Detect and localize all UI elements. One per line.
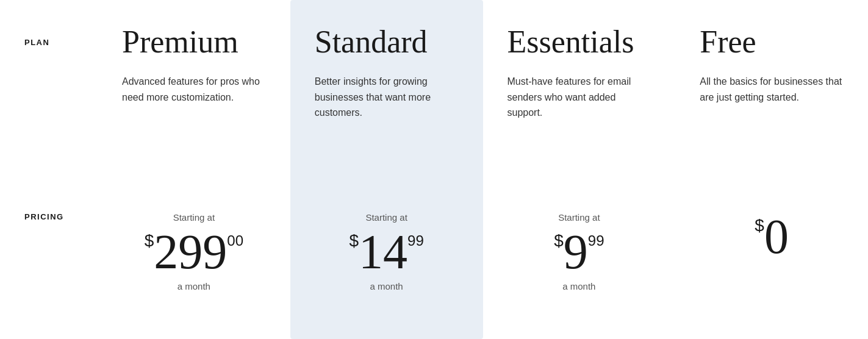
per-month-standard: a month [370,281,403,291]
label-column: PLAN PRICING [0,0,98,339]
pricing-table: PLAN PRICING PremiumAdvanced features fo… [0,0,868,339]
price-display-free: $0 [755,212,789,261]
starting-at-premium: Starting at [173,212,215,223]
currency-symbol-premium: $ [145,232,154,249]
plan-description-essentials: Must-have features for email senders who… [508,74,651,121]
price-display-essentials: $999 [554,227,604,276]
currency-symbol-standard: $ [349,232,359,249]
price-main-standard: 14 [359,227,407,276]
price-main-essentials: 9 [564,227,588,276]
currency-symbol-essentials: $ [554,232,564,249]
price-cents-standard: 99 [407,234,424,248]
plan-col-essentials: EssentialsMust-have features for email s… [483,0,676,339]
per-month-premium: a month [178,281,210,291]
plan-description-free: All the basics for businesses that are j… [700,74,844,105]
plan-name-section-essentials: EssentialsMust-have features for email s… [495,0,664,195]
plan-description-standard: Better insights for growing businesses t… [315,74,459,121]
pricing-label-section: PRICING [24,195,98,339]
plan-name-premium: Premium [122,24,266,59]
plan-description-premium: Advanced features for pros who need more… [122,74,266,105]
price-cents-essentials: 99 [588,234,604,248]
price-display-standard: $1499 [349,227,423,276]
plan-pricing-section-standard: Starting at$1499a month [303,195,471,339]
plan-pricing-section-premium: Starting at$29900a month [110,195,278,339]
plan-col-free: FreeAll the basics for businesses that a… [675,0,868,339]
plan-name-section-premium: PremiumAdvanced features for pros who ne… [110,0,278,195]
plan-name-section-free: FreeAll the basics for businesses that a… [687,0,856,195]
plan-label: PLAN [24,38,49,47]
plan-col-standard: StandardBetter insights for growing busi… [290,0,483,339]
plan-name-essentials: Essentials [508,24,651,59]
pricing-label: PRICING [24,212,64,221]
per-month-essentials: a month [562,281,595,291]
price-main-premium: 299 [154,227,227,276]
starting-at-essentials: Starting at [558,212,600,223]
plan-pricing-section-essentials: Starting at$999a month [495,195,664,339]
plan-pricing-section-free: $0 [687,195,856,339]
currency-symbol-free: $ [755,217,764,234]
starting-at-standard: Starting at [365,212,407,223]
price-main-free: 0 [764,212,789,261]
plan-name-section-standard: StandardBetter insights for growing busi… [303,0,471,195]
plan-col-premium: PremiumAdvanced features for pros who ne… [98,0,290,339]
price-display-premium: $29900 [145,227,243,276]
plan-name-standard: Standard [315,24,459,59]
price-cents-premium: 00 [227,234,243,248]
plan-name-free: Free [700,24,844,59]
plan-label-section: PLAN [24,0,98,195]
